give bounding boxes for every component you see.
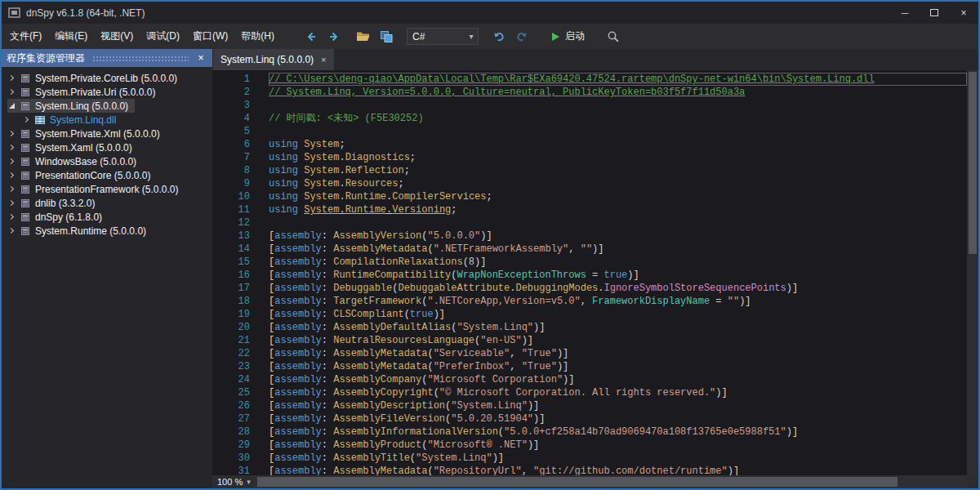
- assembly-icon: [20, 142, 31, 154]
- tree-item-presentationcore[interactable]: PresentationCore (5.0.0.0): [2, 168, 212, 182]
- tree-item-system-runtime[interactable]: System.Runtime (5.0.0.0): [2, 224, 212, 238]
- panel-close-button[interactable]: ×: [194, 52, 207, 64]
- maximize-button[interactable]: [920, 2, 949, 24]
- code-text: [assembly: CompilationRelaxations(8)]: [269, 256, 967, 269]
- chevron-right-icon[interactable]: [7, 74, 16, 82]
- code-line: 17[assembly: Debuggable(DebuggableAttrib…: [212, 282, 967, 295]
- chevron-right-icon[interactable]: [7, 171, 16, 180]
- line-number: 27: [212, 412, 250, 425]
- tree-item-system-linq-dll[interactable]: System.Linq.dll: [2, 113, 212, 127]
- open-file-button[interactable]: [354, 28, 372, 46]
- close-button[interactable]: ×: [949, 2, 978, 24]
- chevron-down-icon: ▾: [465, 32, 478, 41]
- save-all-button[interactable]: [377, 28, 395, 46]
- code-text: [assembly: AssemblyMetadata("PreferInbox…: [269, 360, 967, 373]
- menu-bar: 文件(F) 编辑(E) 视图(V) 调试(D) 窗口(W) 帮助(H) C# ▾: [2, 24, 978, 49]
- navigate-back-button[interactable]: [302, 28, 320, 46]
- chevron-right-icon[interactable]: [7, 212, 16, 221]
- code-text: [assembly: AssemblyInformationalVersion(…: [269, 425, 967, 439]
- language-select[interactable]: C# ▾: [407, 28, 479, 45]
- back-arrow-icon: [305, 30, 318, 43]
- menu-item-help[interactable]: 帮助(H): [234, 24, 281, 49]
- line-number: 12: [212, 216, 250, 229]
- code-text: // System.Linq, Version=5.0.0.0, Culture…: [269, 86, 967, 99]
- code-line: 19[assembly: CLSCompliant(true)]: [212, 308, 967, 321]
- menu-item-view[interactable]: 视图(V): [94, 24, 140, 49]
- zoom-control[interactable]: 100 % ▾: [212, 475, 256, 488]
- line-number: 1: [212, 73, 250, 86]
- code-line: 6using System;: [212, 138, 967, 151]
- chevron-right-icon[interactable]: [7, 226, 16, 235]
- code-line: 9using System.Resources;: [212, 177, 967, 190]
- code-text: [269, 125, 967, 138]
- navigate-forward-button[interactable]: [325, 28, 343, 46]
- code-text: [assembly: AssemblyProduct("Microsoft® .…: [269, 439, 967, 452]
- redo-button[interactable]: [513, 28, 531, 46]
- chevron-right-icon[interactable]: [7, 143, 16, 152]
- tree-item-dnspy[interactable]: dnSpy (6.1.8.0): [2, 210, 212, 224]
- tab-system-linq[interactable]: System.Linq (5.0.0.0) ×: [213, 49, 334, 70]
- tree-item-dnlib[interactable]: dnlib (3.3.2.0): [2, 196, 212, 210]
- code-line: 11using System.Runtime.Versioning;: [212, 203, 967, 216]
- tree-item-system-private-uri[interactable]: System.Private.Uri (5.0.0.0): [2, 85, 212, 99]
- open-folder-icon: [356, 30, 371, 42]
- assembly-icon: [20, 100, 31, 112]
- line-number: 31: [212, 465, 250, 475]
- assembly-tree[interactable]: System.Private.CoreLib (5.0.0.0) System.…: [2, 67, 212, 488]
- tree-item-system-linq[interactable]: System.Linq (5.0.0.0): [2, 99, 212, 113]
- line-number: 28: [212, 425, 250, 439]
- code-text: [assembly: AssemblyCompany("Microsoft Co…: [269, 373, 967, 386]
- horizontal-scrollbar[interactable]: [256, 475, 967, 488]
- code-text: [assembly: AssemblyDescription("System.L…: [269, 399, 967, 412]
- code-text: [assembly: AssemblyVersion("5.0.0.0")]: [269, 229, 967, 243]
- chevron-right-icon[interactable]: [7, 157, 16, 166]
- chevron-down-icon: ▾: [247, 478, 251, 486]
- assembly-icon: [20, 128, 31, 140]
- menu-item-edit[interactable]: 编辑(E): [48, 24, 94, 49]
- tree-item-system-xaml[interactable]: System.Xaml (5.0.0.0): [2, 140, 212, 154]
- menu-item-window[interactable]: 窗口(W): [186, 24, 234, 49]
- chevron-right-icon[interactable]: [7, 198, 16, 207]
- code-text: using System.Runtime.CompilerServices;: [269, 190, 967, 203]
- editor-region: System.Linq (5.0.0.0) × 1// C:\Users\den…: [212, 49, 978, 488]
- minimize-button[interactable]: ─: [890, 2, 920, 24]
- vertical-scrollbar[interactable]: [967, 70, 978, 475]
- assembly-explorer-header[interactable]: 程序集资源管理器 ×: [2, 49, 212, 67]
- tree-item-windowsbase[interactable]: WindowsBase (5.0.0.0): [2, 154, 212, 168]
- line-number: 18: [212, 295, 250, 308]
- code-line: 4// 时间戳: <未知> (F5E30252): [212, 112, 967, 125]
- chevron-expanded-icon[interactable]: [7, 101, 16, 110]
- tree-item-system-private-corelib[interactable]: System.Private.CoreLib (5.0.0.0): [2, 71, 212, 85]
- undo-button[interactable]: [490, 28, 508, 46]
- code-text: // C:\Users\deng-qiao\AppData\Local\Temp…: [269, 73, 967, 86]
- menu-item-file[interactable]: 文件(F): [3, 24, 48, 49]
- chevron-right-icon[interactable]: [7, 129, 16, 138]
- menu-item-debug[interactable]: 调试(D): [140, 24, 186, 49]
- chevron-right-icon[interactable]: [7, 87, 16, 96]
- code-line: 31[assembly: AssemblyMetadata("Repositor…: [212, 465, 967, 475]
- tree-item-presentationframework[interactable]: PresentationFramework (5.0.0.0): [2, 182, 212, 196]
- line-number: 14: [212, 243, 250, 256]
- app-icon: [8, 7, 20, 19]
- search-icon: [607, 30, 620, 43]
- search-button[interactable]: [604, 28, 622, 46]
- code-line: 13[assembly: AssemblyVersion("5.0.0.0")]: [212, 229, 967, 243]
- code-line: 3: [212, 99, 967, 112]
- code-line: 10using System.Runtime.CompilerServices;: [212, 190, 967, 203]
- line-number: 4: [212, 112, 250, 125]
- code-line: 29[assembly: AssemblyProduct("Microsoft®…: [212, 439, 967, 452]
- code-line: 8using System.Reflection;: [212, 164, 967, 177]
- code-editor[interactable]: 1// C:\Users\deng-qiao\AppData\Local\Tem…: [212, 70, 967, 475]
- tab-close-icon[interactable]: ×: [321, 55, 326, 65]
- assembly-icon: [20, 184, 31, 195]
- code-text: [assembly: NeutralResourcesLanguage("en-…: [269, 334, 967, 347]
- line-number: 24: [212, 373, 250, 386]
- horizontal-scrollbar-thumb[interactable]: [257, 477, 898, 487]
- line-number: 26: [212, 399, 250, 412]
- chevron-right-icon[interactable]: [22, 115, 31, 124]
- chevron-right-icon[interactable]: [7, 185, 16, 194]
- vertical-scrollbar-thumb[interactable]: [969, 72, 977, 254]
- tree-item-system-private-xml[interactable]: System.Private.Xml (5.0.0.0): [2, 127, 212, 140]
- zoom-value: 100 %: [217, 477, 243, 487]
- start-debug-button[interactable]: 启动: [544, 28, 591, 46]
